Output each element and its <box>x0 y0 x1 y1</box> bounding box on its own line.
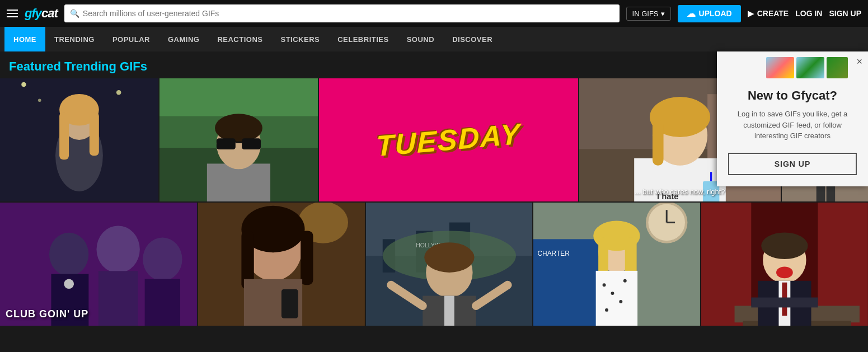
svg-point-5 <box>38 98 41 102</box>
sidebar-item-celebrities[interactable]: CELEBRITIES <box>329 27 397 51</box>
sidebar-item-discover[interactable]: DISCOVER <box>443 27 501 51</box>
svg-point-16 <box>215 114 262 142</box>
popup-content: New to Gfycat? Log in to save GIFs you l… <box>717 82 868 186</box>
search-icon: 🔍 <box>70 9 79 18</box>
svg-point-1 <box>21 82 26 87</box>
popup-thumbnails <box>717 51 868 82</box>
svg-point-66 <box>424 242 474 273</box>
svg-point-86 <box>605 308 608 312</box>
main-nav: HOME TRENDING POPULAR GAMING REACTIONS S… <box>0 27 868 51</box>
svg-rect-81 <box>596 271 637 326</box>
logo[interactable]: gfycat <box>25 6 58 21</box>
svg-rect-9 <box>59 112 69 159</box>
sidebar-item-sound[interactable]: SOUND <box>398 27 443 51</box>
in-gifs-button[interactable]: IN GIFS ▾ <box>626 7 671 21</box>
svg-point-45 <box>64 279 74 289</box>
thumbnail-1 <box>766 57 794 78</box>
list-item[interactable]: HOLLYW <box>366 203 533 326</box>
svg-point-97 <box>776 266 793 278</box>
svg-text:CHARTER: CHARTER <box>538 250 570 257</box>
svg-rect-44 <box>145 279 180 326</box>
svg-rect-55 <box>281 289 298 318</box>
thumbnail-2 <box>796 57 824 78</box>
thumbnail-3 <box>827 57 848 78</box>
svg-rect-42 <box>98 271 138 326</box>
svg-rect-14 <box>207 163 270 201</box>
login-button[interactable]: LOG IN <box>795 9 822 18</box>
featured-title: Featured Trending GIFs <box>9 59 147 74</box>
sidebar-item-reactions[interactable]: REACTIONS <box>208 27 271 51</box>
create-icon: ▶ <box>748 9 754 18</box>
list-item[interactable]: ORSZN CLUB GOIN' UP <box>0 203 197 326</box>
svg-rect-53 <box>301 231 313 285</box>
list-item[interactable] <box>701 203 868 326</box>
amy-subtitle: ... but who cares now, right? <box>579 187 781 196</box>
svg-point-83 <box>611 292 614 295</box>
menu-icon[interactable] <box>7 10 18 17</box>
list-item[interactable]: TUESDAY <box>319 78 578 201</box>
svg-rect-65 <box>444 296 454 326</box>
popup-title: New to Gfycat? <box>728 88 857 103</box>
search-input[interactable] <box>83 9 614 18</box>
list-item[interactable]: CHARTER <box>533 203 700 326</box>
upload-button[interactable]: ☁ UPLOAD <box>678 5 741 22</box>
svg-point-82 <box>603 283 606 287</box>
svg-rect-18 <box>242 138 261 149</box>
list-item[interactable] <box>159 78 318 201</box>
signup-button[interactable]: SIGN UP <box>829 9 861 18</box>
sidebar-item-stickers[interactable]: STICKERS <box>271 27 329 51</box>
svg-point-39 <box>49 233 88 276</box>
sidebar-item-trending[interactable]: TRENDING <box>45 27 104 51</box>
list-item[interactable] <box>0 78 158 201</box>
upload-icon: ☁ <box>687 8 696 19</box>
svg-rect-10 <box>90 112 99 156</box>
popup-description: Log in to save GIFs you like, get a cust… <box>728 109 857 142</box>
main-content: Featured Trending GIFs Taylor S... <box>0 51 868 326</box>
svg-rect-17 <box>217 138 236 149</box>
popup-signup-button[interactable]: SIGN UP <box>728 153 857 175</box>
gif-row-2: ORSZN CLUB GOIN' UP <box>0 203 868 326</box>
close-button[interactable]: × <box>856 56 862 68</box>
header: gfycat 🔍 IN GIFS ▾ ☁ UPLOAD ▶ CREATE LOG… <box>0 0 868 27</box>
sidebar-item-gaming[interactable]: GAMING <box>159 27 208 51</box>
svg-point-85 <box>620 300 623 303</box>
svg-point-43 <box>143 237 182 280</box>
new-user-popup: × New to Gfycat? Log in to save GIFs you… <box>717 51 868 186</box>
club-overlay: CLUB GOIN' UP <box>6 308 88 320</box>
search-bar: 🔍 <box>64 4 620 22</box>
svg-rect-26 <box>653 120 664 166</box>
svg-point-93 <box>761 232 808 259</box>
svg-point-84 <box>623 279 627 283</box>
svg-point-41 <box>96 226 139 273</box>
create-button[interactable]: ▶ CREATE <box>748 9 789 18</box>
svg-rect-13 <box>159 78 318 116</box>
sidebar-item-home[interactable]: HOME <box>4 27 45 51</box>
list-item[interactable] <box>198 203 365 326</box>
svg-point-3 <box>116 90 121 95</box>
chevron-down-icon: ▾ <box>661 10 665 18</box>
svg-rect-98 <box>752 298 818 308</box>
sidebar-item-popular[interactable]: POPULAR <box>104 27 159 51</box>
tuesday-text: TUESDAY <box>376 117 521 163</box>
